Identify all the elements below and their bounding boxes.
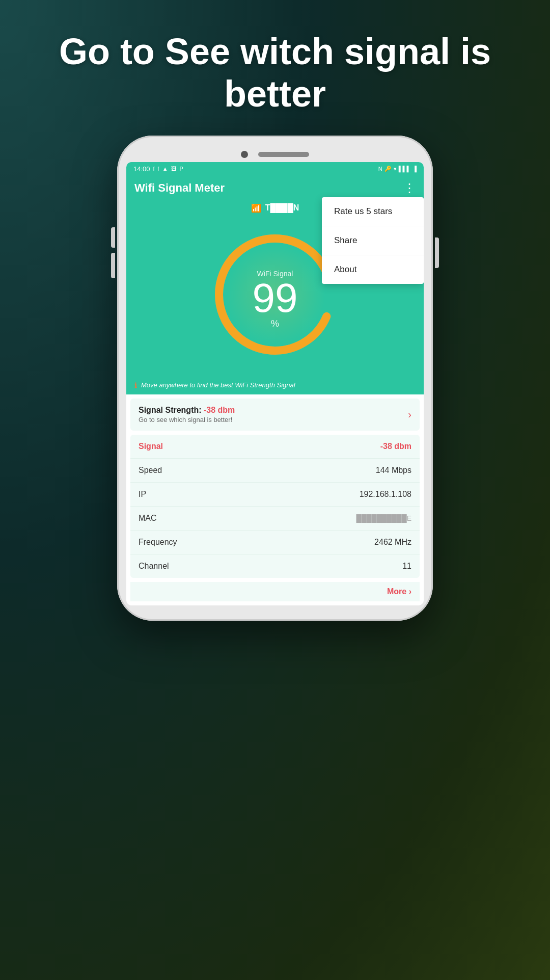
detail-row-mac: MAC ██████████E <box>130 507 420 531</box>
speed-label: Speed <box>139 466 162 475</box>
status-fb-icon: f <box>153 166 155 172</box>
signal-gauge: WiFi Signal 99 % <box>209 228 341 361</box>
signal-card-title: Signal Strength: -38 dbm <box>139 406 235 415</box>
phone-mockup: 14:00 f f ▲ 🖼 P N 🔑 ▾ ▌▌▌ ▐ Wifi Signal … <box>117 136 433 621</box>
ip-value: 192.168.1.108 <box>360 490 411 499</box>
channel-label: Channel <box>139 562 169 571</box>
battery-icon: ▐ <box>413 166 417 172</box>
phone-frame: 14:00 f f ▲ 🖼 P N 🔑 ▾ ▌▌▌ ▐ Wifi Signal … <box>117 136 433 621</box>
signal-icon: ▌▌▌ <box>399 166 410 172</box>
volume-down-button <box>111 253 115 278</box>
more-link[interactable]: More › <box>387 587 411 596</box>
signal-card-subtitle: Go to see which signal is better! <box>139 416 235 423</box>
signal-strength-card[interactable]: Signal Strength: -38 dbm Go to see which… <box>130 399 420 431</box>
status-right: N 🔑 ▾ ▌▌▌ ▐ <box>378 166 417 172</box>
status-parking-icon: P <box>180 166 183 172</box>
info-bar-text: Move anywhere to find the best WiFi Stre… <box>141 381 295 389</box>
signal-label: Signal <box>139 442 163 451</box>
status-bar: 14:00 f f ▲ 🖼 P N 🔑 ▾ ▌▌▌ ▐ <box>126 162 424 176</box>
overflow-menu-button[interactable]: ⋮ <box>403 181 416 195</box>
app-title: Wifi Signal Meter <box>134 181 225 195</box>
rate-us-menu-item[interactable]: Rate us 5 stars <box>322 197 424 226</box>
detail-row-speed: Speed 144 Mbps <box>130 459 420 483</box>
power-button <box>435 237 439 268</box>
signal-value: -38 dbm <box>380 442 411 451</box>
signal-card-arrow-icon: › <box>408 409 411 420</box>
share-menu-item[interactable]: Share <box>322 226 424 255</box>
volume-up-button <box>111 227 115 248</box>
front-camera <box>241 151 248 158</box>
status-fb2-icon: f <box>158 166 159 172</box>
about-menu-item[interactable]: About <box>322 255 424 284</box>
gauge-center: WiFi Signal 99 % <box>253 270 298 329</box>
gauge-unit: % <box>253 319 298 329</box>
overflow-dropdown: Rate us 5 stars Share About <box>322 197 424 284</box>
details-table: Signal -38 dbm Speed 144 Mbps IP 192.168… <box>130 435 420 578</box>
phone-notch <box>126 151 424 158</box>
frequency-label: Frequency <box>139 538 177 547</box>
signal-dbm-value: -38 dbm <box>204 406 235 414</box>
phone-screen: 14:00 f f ▲ 🖼 P N 🔑 ▾ ▌▌▌ ▐ Wifi Signal … <box>126 162 424 605</box>
page-headline: Go to See witch signal is better <box>0 31 550 115</box>
status-left: 14:00 f f ▲ 🖼 P <box>133 165 183 173</box>
detail-row-channel: Channel 11 <box>130 554 420 578</box>
more-row: More › <box>130 582 420 601</box>
speed-value: 144 Mbps <box>376 466 411 475</box>
nfc-icon: N <box>378 166 382 172</box>
gauge-label: WiFi Signal <box>253 270 298 278</box>
channel-value: 11 <box>402 562 411 571</box>
detail-row-frequency: Frequency 2462 MHz <box>130 531 420 554</box>
detail-row-signal: Signal -38 dbm <box>130 435 420 459</box>
gauge-value: 99 <box>253 278 298 319</box>
status-warning-icon: ▲ <box>162 166 168 172</box>
status-image-icon: 🖼 <box>171 166 177 172</box>
signal-card-content: Signal Strength: -38 dbm Go to see which… <box>139 406 235 423</box>
ip-label: IP <box>139 490 146 499</box>
toolbar-actions: ⋮ <box>403 181 416 195</box>
info-icon: ℹ <box>134 381 137 389</box>
status-time: 14:00 <box>133 165 150 173</box>
key-icon: 🔑 <box>384 166 392 172</box>
phone-speaker <box>258 152 309 157</box>
detail-row-ip: IP 192.168.1.108 <box>130 483 420 507</box>
network-name: T████N <box>265 203 299 213</box>
wifi-status-icon: ▾ <box>394 166 397 172</box>
toolbar: Wifi Signal Meter ⋮ Rate us 5 stars Shar… <box>126 176 424 200</box>
frequency-value: 2462 MHz <box>374 538 411 547</box>
wifi-icon: 📶 <box>251 203 261 213</box>
mac-label: MAC <box>139 514 157 523</box>
info-bar: ℹ Move anywhere to find the best WiFi St… <box>126 376 424 394</box>
mac-value: ██████████E <box>356 514 411 522</box>
